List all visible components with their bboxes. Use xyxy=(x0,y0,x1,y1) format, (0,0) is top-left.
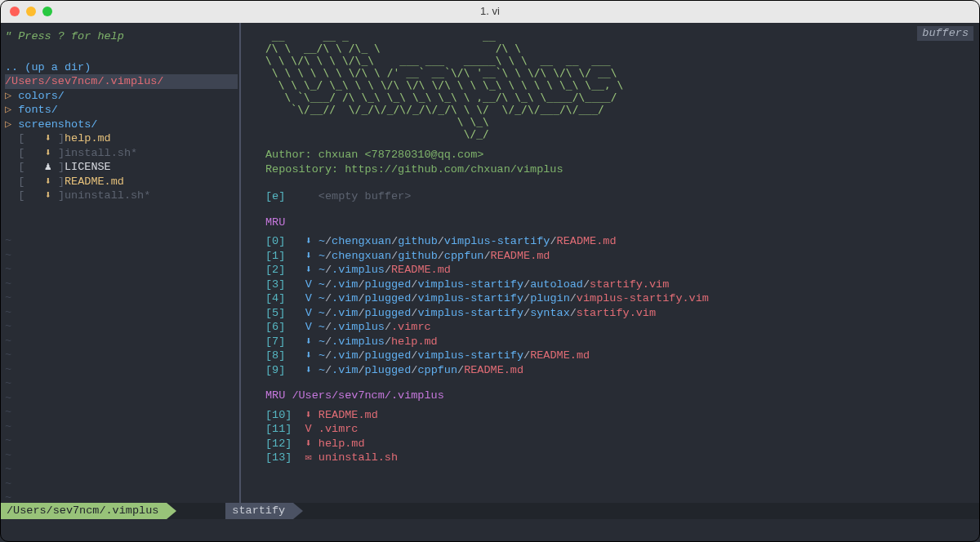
window-titlebar: 1. vi xyxy=(0,0,980,23)
file-icon: V xyxy=(305,307,312,319)
mru-local-header: MRU /Users/sev7ncm/.vimplus xyxy=(265,389,980,403)
folder-name: fonts/ xyxy=(18,104,58,116)
file-icon: ⬇ xyxy=(305,409,312,421)
mru-filename: startify.vim xyxy=(577,307,656,319)
file-icon: ⬇ xyxy=(305,438,312,450)
file-icon: V xyxy=(305,423,312,435)
chevron-right-icon: ▷ xyxy=(5,104,18,116)
mru-filename: startify.vim xyxy=(590,278,669,291)
mru-filename: README.md xyxy=(530,349,590,362)
tree-file[interactable]: [ ⬇ ]uninstall.sh* xyxy=(5,189,238,203)
mru-item[interactable]: [6] V ~/.vimplus/.vimrc xyxy=(265,320,980,335)
empty-label: <empty buffer> xyxy=(318,190,411,202)
tree-file[interactable]: [ ♟ ]LICENSE xyxy=(5,160,238,175)
tree-dir[interactable]: ▷ screenshots/ xyxy=(5,118,238,132)
empty-buffer-row[interactable]: [e] <empty buffer> xyxy=(265,189,980,204)
file-icon: ⬇ xyxy=(45,175,51,188)
mru-item[interactable]: [10] ⬇ README.md xyxy=(265,408,980,423)
file-name: install.sh* xyxy=(65,147,137,159)
mru-item[interactable]: [11] V .vimrc xyxy=(265,422,980,437)
mru-item[interactable]: [2] ⬇ ~/.vimplus/README.md xyxy=(265,263,980,278)
file-icon: ⬇ xyxy=(305,264,312,276)
file-icon: V xyxy=(305,292,312,304)
window-title: 1. vi xyxy=(0,4,980,19)
mru-filename: README.md xyxy=(491,250,550,262)
repo-line: Repository: https://github.com/chxuan/vi… xyxy=(265,162,980,177)
tree-dir[interactable]: ▷ fonts/ xyxy=(5,103,238,118)
mru-filename: README.md xyxy=(464,364,523,376)
mru-item[interactable]: [9] ⬇ ~/.vim/plugged/cppfun/README.md xyxy=(265,363,980,378)
mru-item[interactable]: [3] V ~/.vim/plugged/vimplus-startify/au… xyxy=(265,278,980,292)
file-name: LICENSE xyxy=(65,161,111,173)
ascii-logo: __ __ _ __ /\ \ __/\ \ /\_ \ /\ \ \ \ \/… xyxy=(265,29,980,140)
file-icon: ⬇ xyxy=(305,349,312,362)
file-icon: ⬇ xyxy=(45,147,51,159)
tilde-column: ~~~~~~~~~~~~~~~~~~~~ xyxy=(5,233,11,519)
author-line: Author: chxuan <787280310@qq.com> xyxy=(265,148,980,162)
file-icon: V xyxy=(305,321,312,333)
startify-pane[interactable]: __ __ _ __ /\ \ __/\ \ /\_ \ /\ \ \ \ \/… xyxy=(241,23,980,519)
mru-list: [0] ⬇ ~/chengxuan/github/vimplus-startif… xyxy=(265,234,980,377)
mru-item[interactable]: [7] ⬇ ~/.vimplus/help.md xyxy=(265,335,980,349)
status-bar: /Users/sev7ncm/.vimplus startify xyxy=(0,503,980,519)
folder-name: colors/ xyxy=(18,90,65,102)
file-icon: ✉ xyxy=(305,451,312,464)
status-right: startify xyxy=(225,503,293,519)
mru-filename: README.md xyxy=(557,235,617,247)
file-name: help.md xyxy=(65,132,111,144)
chevron-right-icon: ▷ xyxy=(5,90,18,102)
mru-filename: .vimrc xyxy=(391,321,431,333)
mru-filename: uninstall.sh xyxy=(318,451,398,464)
chevron-right-icon: ▷ xyxy=(5,118,18,131)
tree-file[interactable]: [ ⬇ ]install.sh* xyxy=(5,146,238,161)
file-icon: V xyxy=(305,278,312,291)
file-icon: ⬇ xyxy=(305,335,312,348)
mru-filename: help.md xyxy=(391,335,438,348)
help-hint: " Press ? for help xyxy=(5,29,238,44)
file-icon: ⬇ xyxy=(45,132,51,144)
mru-filename: .vimrc xyxy=(318,423,359,435)
powerline-arrow-icon xyxy=(167,503,176,519)
file-name: README.md xyxy=(65,175,124,188)
mru-item[interactable]: [12] ⬇ help.md xyxy=(265,437,980,451)
current-path[interactable]: /Users/sev7ncm/.vimplus/ xyxy=(5,74,238,89)
powerline-arrow-icon xyxy=(293,503,303,519)
mru-item[interactable]: [4] V ~/.vim/plugged/vimplus-startify/pl… xyxy=(265,291,980,306)
tree-file[interactable]: [ ⬇ ]README.md xyxy=(5,175,238,189)
mru-filename: README.md xyxy=(391,264,451,276)
file-icon: ⬇ xyxy=(305,235,312,247)
mru-item[interactable]: [5] V ~/.vim/plugged/vimplus-startify/sy… xyxy=(265,306,980,321)
folder-name: screenshots/ xyxy=(18,118,97,131)
mru-filename: README.md xyxy=(318,409,378,421)
buffers-label[interactable]: buffers xyxy=(917,26,973,41)
nerdtree-pane[interactable]: " Press ? for help .. (up a dir) /Users/… xyxy=(0,23,241,519)
tree-file[interactable]: [ ⬇ ]help.md xyxy=(5,131,238,146)
file-icon: ⬇ xyxy=(305,364,312,376)
mru-item[interactable]: [0] ⬇ ~/chengxuan/github/vimplus-startif… xyxy=(265,234,980,249)
file-icon: ⬇ xyxy=(305,250,312,262)
up-dir[interactable]: .. (up a dir) xyxy=(5,60,238,75)
mru-item[interactable]: [8] ⬇ ~/.vim/plugged/vimplus-startify/RE… xyxy=(265,349,980,363)
mru-filename: vimplus-startify.vim xyxy=(577,292,709,304)
status-left: /Users/sev7ncm/.vimplus xyxy=(0,503,167,519)
mru-item[interactable]: [13] ✉ uninstall.sh xyxy=(265,451,980,465)
file-icon: ♟ xyxy=(45,161,51,173)
file-icon: ⬇ xyxy=(45,189,51,202)
empty-key: [e] xyxy=(265,190,285,202)
mru-item[interactable]: [1] ⬇ ~/chengxuan/github/cppfun/README.m… xyxy=(265,249,980,264)
file-name: uninstall.sh* xyxy=(65,189,150,202)
mru-local-list: [10] ⬇ README.md[11] V .vimrc[12] ⬇ help… xyxy=(265,408,980,465)
mru-header: MRU xyxy=(265,215,980,230)
mru-filename: help.md xyxy=(318,438,365,450)
tree-dir[interactable]: ▷ colors/ xyxy=(5,89,238,104)
